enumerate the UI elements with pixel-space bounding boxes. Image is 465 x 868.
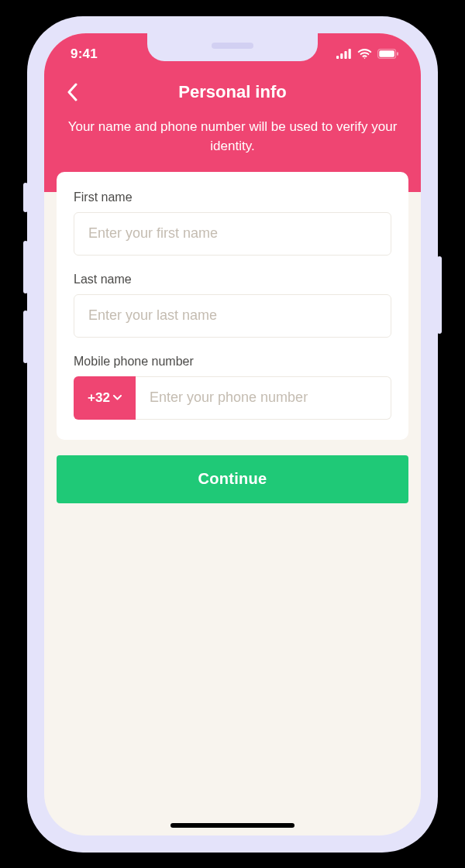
phone-field: Mobile phone number +32 bbox=[74, 355, 391, 420]
form-card: First name Last name Mobile phone number… bbox=[57, 172, 408, 440]
continue-button[interactable]: Continue bbox=[57, 455, 408, 503]
svg-rect-5 bbox=[379, 50, 394, 57]
page-subtitle: Your name and phone number will be used … bbox=[44, 117, 421, 156]
svg-rect-1 bbox=[340, 53, 343, 59]
first-name-label: First name bbox=[74, 190, 391, 204]
cellular-signal-icon bbox=[336, 49, 352, 59]
phone-label: Mobile phone number bbox=[74, 355, 391, 369]
side-button bbox=[437, 256, 442, 334]
speaker-pill bbox=[212, 43, 253, 49]
phone-frame: 9:41 bbox=[27, 16, 438, 853]
status-icons bbox=[336, 49, 399, 59]
chevron-down-icon bbox=[113, 395, 122, 400]
last-name-field: Last name bbox=[74, 273, 391, 338]
last-name-input[interactable] bbox=[74, 294, 391, 338]
side-button bbox=[23, 183, 28, 212]
battery-icon bbox=[377, 49, 399, 59]
page-title: Personal info bbox=[178, 82, 286, 102]
svg-rect-6 bbox=[397, 52, 398, 56]
svg-rect-3 bbox=[349, 49, 351, 59]
side-button bbox=[23, 310, 28, 363]
phone-input[interactable] bbox=[136, 376, 391, 420]
side-button bbox=[23, 241, 28, 293]
home-indicator[interactable] bbox=[170, 823, 294, 828]
first-name-field: First name bbox=[74, 190, 391, 256]
last-name-label: Last name bbox=[74, 273, 391, 286]
notch bbox=[147, 33, 318, 61]
country-code-button[interactable]: +32 bbox=[74, 376, 136, 420]
status-time: 9:41 bbox=[71, 46, 98, 62]
chevron-left-icon bbox=[67, 83, 78, 101]
phone-row: +32 bbox=[74, 376, 391, 420]
svg-rect-2 bbox=[344, 51, 346, 59]
country-code-value: +32 bbox=[88, 390, 110, 406]
wifi-icon bbox=[357, 49, 372, 59]
screen: 9:41 bbox=[44, 33, 421, 835]
nav-row: Personal info bbox=[44, 75, 421, 109]
back-button[interactable] bbox=[58, 78, 86, 106]
first-name-input[interactable] bbox=[74, 212, 391, 256]
svg-rect-0 bbox=[336, 56, 339, 59]
